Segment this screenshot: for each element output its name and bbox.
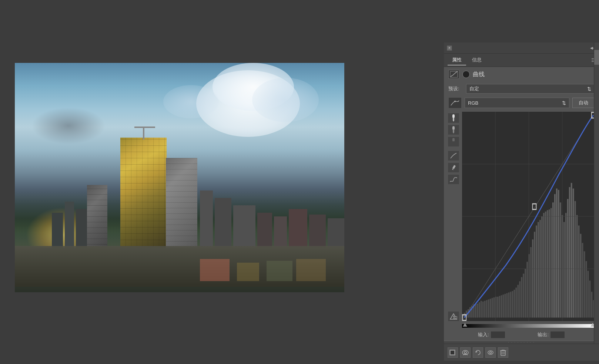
svg-rect-49 xyxy=(508,293,509,318)
panel-resize-handle[interactable]: · · · · · · · · · xyxy=(444,341,599,344)
svg-rect-56 xyxy=(521,277,522,317)
scrollbar-thumb[interactable] xyxy=(594,50,599,65)
svg-rect-88 xyxy=(580,234,582,317)
view-previous-button[interactable] xyxy=(460,347,471,358)
svg-rect-51 xyxy=(512,291,513,318)
tab-info[interactable]: 信息 xyxy=(468,55,486,65)
svg-rect-3 xyxy=(452,114,455,118)
panel-close-button[interactable]: × xyxy=(447,46,452,51)
svg-point-112 xyxy=(488,351,493,354)
reset-adjustments-button[interactable] xyxy=(473,347,483,358)
draw-curve-button[interactable] xyxy=(448,151,459,161)
svg-rect-67 xyxy=(541,216,543,318)
svg-rect-40 xyxy=(492,298,493,318)
svg-rect-43 xyxy=(497,297,499,318)
output-label: 输出: xyxy=(538,331,549,338)
svg-rect-76 xyxy=(558,190,559,317)
eyedropper-gray-button[interactable] xyxy=(448,125,459,135)
svg-rect-38 xyxy=(488,300,489,318)
svg-rect-6 xyxy=(452,126,455,130)
svg-rect-32 xyxy=(477,304,478,318)
svg-rect-39 xyxy=(490,299,491,318)
warning-button[interactable] xyxy=(448,311,459,321)
svg-marker-8 xyxy=(453,132,454,134)
svg-rect-4 xyxy=(453,118,454,121)
curves-adjustment-icon[interactable] xyxy=(448,70,459,79)
svg-rect-45 xyxy=(501,295,502,317)
bottom-toolbar xyxy=(444,344,599,361)
panel-scrollbar[interactable] xyxy=(594,43,599,344)
preset-select[interactable]: 自定 ⇅ xyxy=(466,84,595,94)
svg-rect-68 xyxy=(543,213,545,318)
svg-marker-11 xyxy=(453,144,454,145)
pencil-tool-button[interactable] xyxy=(448,162,459,173)
svg-rect-92 xyxy=(588,271,589,317)
panel-titlebar: × ◀◀ xyxy=(444,43,599,54)
curves-graph[interactable] xyxy=(462,111,596,321)
svg-rect-33 xyxy=(479,302,480,318)
svg-rect-48 xyxy=(506,293,508,318)
black-point-handle[interactable] xyxy=(463,323,467,327)
preset-label: 预设: xyxy=(448,85,463,92)
svg-rect-9 xyxy=(452,138,455,142)
auto-button[interactable]: 自动 xyxy=(572,98,595,108)
svg-rect-93 xyxy=(589,281,591,318)
channel-row: RGB ⇅ 自动 xyxy=(444,96,599,110)
panel-tabs: 属性 信息 ☰ xyxy=(444,54,599,67)
svg-rect-87 xyxy=(578,226,580,318)
svg-rect-10 xyxy=(453,141,454,144)
input-value-field[interactable] xyxy=(491,331,505,338)
eyedropper-white-button[interactable] xyxy=(448,113,459,123)
svg-rect-90 xyxy=(584,251,585,317)
eyedropper-black-button[interactable] xyxy=(448,136,459,147)
svg-rect-61 xyxy=(530,247,532,318)
svg-rect-50 xyxy=(510,292,511,318)
svg-rect-37 xyxy=(486,300,488,317)
properties-panel: × ◀◀ 属性 信息 ☰ 曲线 预设: 自定 xyxy=(444,43,599,361)
curves-title: 曲线 xyxy=(473,71,485,78)
svg-rect-59 xyxy=(526,262,528,318)
svg-rect-81 xyxy=(567,199,569,318)
svg-rect-31 xyxy=(475,304,476,318)
svg-rect-44 xyxy=(499,296,501,317)
toggle-visibility-button[interactable] xyxy=(485,347,496,358)
svg-rect-72 xyxy=(551,208,552,317)
channel-value: RGB xyxy=(468,100,478,106)
smooth-tool-button[interactable] xyxy=(448,174,459,185)
svg-rect-57 xyxy=(523,274,524,318)
svg-rect-73 xyxy=(552,202,554,317)
svg-rect-74 xyxy=(554,194,556,318)
svg-rect-86 xyxy=(576,215,578,317)
svg-rect-58 xyxy=(525,269,526,318)
svg-point-113 xyxy=(490,351,492,353)
black-point-slider[interactable] xyxy=(462,324,596,328)
svg-rect-60 xyxy=(528,254,530,318)
channel-select[interactable]: RGB ⇅ xyxy=(465,98,569,108)
output-value-field[interactable] xyxy=(550,331,565,338)
preset-arrow-icon: ⇅ xyxy=(587,86,591,92)
tools-column xyxy=(447,111,460,321)
delete-adjustment-button[interactable] xyxy=(498,347,508,358)
svg-rect-85 xyxy=(575,201,576,317)
channel-arrow-icon: ⇅ xyxy=(562,100,566,106)
svg-rect-70 xyxy=(547,210,548,318)
svg-rect-55 xyxy=(519,281,521,317)
svg-rect-53 xyxy=(515,287,517,317)
svg-rect-36 xyxy=(484,301,486,317)
svg-rect-108 xyxy=(451,351,454,354)
svg-rect-83 xyxy=(571,183,572,317)
svg-rect-7 xyxy=(453,129,454,132)
svg-rect-82 xyxy=(569,187,570,318)
svg-rect-47 xyxy=(505,294,506,317)
svg-rect-35 xyxy=(482,301,484,317)
tab-properties[interactable]: 属性 xyxy=(448,55,466,65)
svg-rect-89 xyxy=(582,243,583,318)
svg-point-110 xyxy=(464,351,466,354)
add-pixel-mask-button[interactable] xyxy=(448,347,458,358)
svg-rect-34 xyxy=(481,301,482,317)
svg-rect-46 xyxy=(503,294,504,317)
svg-rect-41 xyxy=(493,297,495,318)
curves-target-dot[interactable] xyxy=(462,71,470,78)
smooth-curve-button[interactable] xyxy=(448,97,462,108)
input-label-group: 输入: xyxy=(478,331,505,338)
